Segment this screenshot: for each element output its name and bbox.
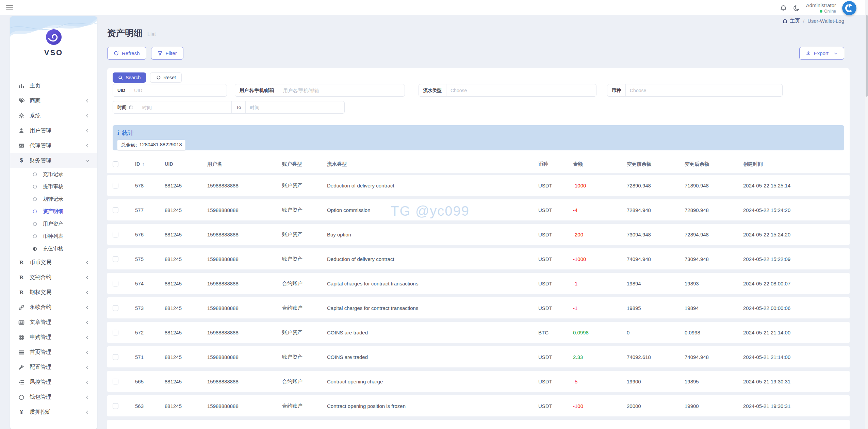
content-card: Search Reset UID 用户名/手机/邮箱 流水类型 币种 时间 To [107, 68, 850, 173]
sidebar-item-4[interactable]: 代理管理 [10, 138, 97, 153]
cell-amount: -1 [573, 305, 627, 311]
select-all-checkbox[interactable] [113, 161, 118, 167]
lifebuoy-icon [18, 334, 25, 341]
cell-amount: -5 [573, 379, 627, 384]
cell-balance-before: 19895 [627, 305, 685, 311]
row-checkbox[interactable] [113, 232, 118, 237]
sidebar-subitem-5-0[interactable]: 充币记录 [10, 168, 97, 181]
sidebar-item-0[interactable]: 主页 [10, 78, 97, 93]
column-header[interactable]: 币种 [538, 161, 573, 167]
cell-created-at: 2024-05-22 08:00:07 [743, 281, 844, 286]
sidebar-item-10[interactable]: 文章管理 [10, 315, 97, 330]
sidebar-subitem-label: 充币记录 [43, 171, 63, 178]
filter-user: 用户名/手机/邮箱 [235, 84, 405, 97]
cell-uid: 881245 [165, 183, 207, 188]
breadcrumb-current[interactable]: User-Wallet-Log [807, 18, 844, 24]
cell-id: 573 [135, 305, 165, 311]
cell-username: 15988888888 [207, 354, 282, 360]
coin-select[interactable] [626, 84, 782, 96]
cell-balance-after: 72890.948 [685, 207, 743, 213]
row-checkbox[interactable] [113, 330, 118, 335]
sidebar-subitem-5-5[interactable]: 币种列表 [10, 230, 97, 243]
sidebar-item-8[interactable]: Ƀ期权交易 [10, 285, 97, 300]
sidebar-item-16[interactable]: ¥质押挖矿 [10, 405, 97, 420]
column-header[interactable]: 创建时间 [743, 161, 844, 167]
menu-toggle-icon[interactable] [6, 4, 13, 12]
scrollbar-track[interactable] [865, 0, 868, 429]
sidebar-item-1[interactable]: 商家 [10, 93, 97, 108]
reset-button[interactable]: Reset [150, 72, 182, 83]
row-checkbox[interactable] [113, 207, 118, 213]
sidebar-item-7[interactable]: Ƀ交割合约 [10, 270, 97, 285]
column-header[interactable]: ID↑ [135, 161, 165, 167]
sidebar-item-3[interactable]: 用户管理 [10, 123, 97, 138]
sidebar-item-label: 配置管理 [30, 364, 51, 371]
cell-created-at: 2024-05-21 19:30:31 [743, 403, 844, 409]
uid-input[interactable] [130, 84, 227, 96]
sidebar-item-2[interactable]: 系统 [10, 108, 97, 123]
sidebar-subitem-5-3[interactable]: 资产明细 [10, 205, 97, 218]
search-button[interactable]: Search [113, 72, 146, 83]
time-from-input[interactable] [138, 101, 231, 113]
sidebar-subitem-5-4[interactable]: 用户资产 [10, 218, 97, 230]
sidebar-item-label: 风控管理 [30, 379, 51, 386]
refresh-button[interactable]: Refresh [107, 47, 146, 60]
cell-amount: -4 [573, 207, 627, 213]
sidebar-subitem-5-2[interactable]: 划转记录 [10, 193, 97, 205]
row-checkbox[interactable] [113, 403, 118, 409]
user-menu[interactable]: Administrator Online [806, 2, 836, 14]
sidebar-item-label: 财务管理 [30, 157, 51, 164]
avatar[interactable] [842, 1, 856, 15]
column-header[interactable]: 账户类型 [282, 161, 327, 167]
user-input[interactable] [279, 84, 405, 96]
sidebar-subitem-5-1[interactable]: 提币审核 [10, 181, 97, 193]
sidebar-item-13[interactable]: 配置管理 [10, 360, 97, 375]
sidebar-item-label: 系统 [30, 112, 40, 119]
user-icon [18, 128, 25, 134]
column-header[interactable]: UID [165, 161, 207, 167]
cell-username: 15988888888 [207, 207, 282, 213]
breadcrumb-home[interactable]: 主页 [782, 18, 800, 24]
sidebar-subitem-label: 提币审核 [43, 183, 63, 190]
sidebar-subitem-5-6[interactable]: 充值审核 [10, 243, 97, 255]
chevron-down-icon [85, 159, 89, 163]
sidebar-item-11[interactable]: 申购管理 [10, 330, 97, 345]
sidebar-item-6[interactable]: B币币交易 [10, 255, 97, 270]
statistics-panel: i 统计 总金额: 1280481.88229013 [113, 125, 844, 150]
user-name: Administrator [806, 2, 836, 9]
flow-type-select[interactable] [446, 84, 596, 96]
sidebar-item-5[interactable]: $财务管理 [10, 153, 97, 168]
column-header[interactable]: 流水类型 [327, 161, 538, 167]
filter-coin: 币种 [607, 84, 783, 97]
row-checkbox[interactable] [113, 305, 118, 311]
filter-button[interactable]: Filter [151, 47, 183, 60]
sidebar-item-label: 申购管理 [30, 334, 51, 341]
column-header[interactable]: 变更前余额 [627, 161, 685, 167]
scrollbar-thumb[interactable] [866, 15, 868, 97]
column-header[interactable]: 用户名 [207, 161, 282, 167]
sidebar-item-12[interactable]: 首页管理 [10, 345, 97, 360]
sidebar-item-15[interactable]: 钱包管理 [10, 390, 97, 405]
row-checkbox[interactable] [113, 183, 118, 188]
gear-icon [18, 113, 25, 119]
export-button[interactable]: Export [799, 47, 844, 60]
column-header[interactable]: 金额 [573, 161, 627, 167]
sidebar-item-label: 代理管理 [30, 142, 51, 149]
time-to-input[interactable] [246, 101, 344, 113]
cell-id: 563 [135, 403, 165, 409]
wrench-icon [18, 364, 25, 370]
column-header[interactable]: 变更后余额 [685, 161, 743, 167]
toolbar: Refresh Filter [107, 47, 183, 60]
cell-coin: USDT [538, 403, 573, 409]
cell-uid: 881245 [165, 281, 207, 286]
row-checkbox[interactable] [113, 281, 118, 286]
row-checkbox[interactable] [113, 256, 118, 262]
moon-icon[interactable] [793, 5, 800, 12]
cell-account-type: 账户资产 [282, 182, 327, 189]
sidebar-item-9[interactable]: 永续合约 [10, 300, 97, 315]
bell-icon[interactable] [780, 5, 787, 12]
sidebar-item-14[interactable]: 风控管理 [10, 375, 97, 390]
row-checkbox[interactable] [113, 379, 118, 384]
cell-uid: 881245 [165, 207, 207, 213]
row-checkbox[interactable] [113, 354, 118, 360]
